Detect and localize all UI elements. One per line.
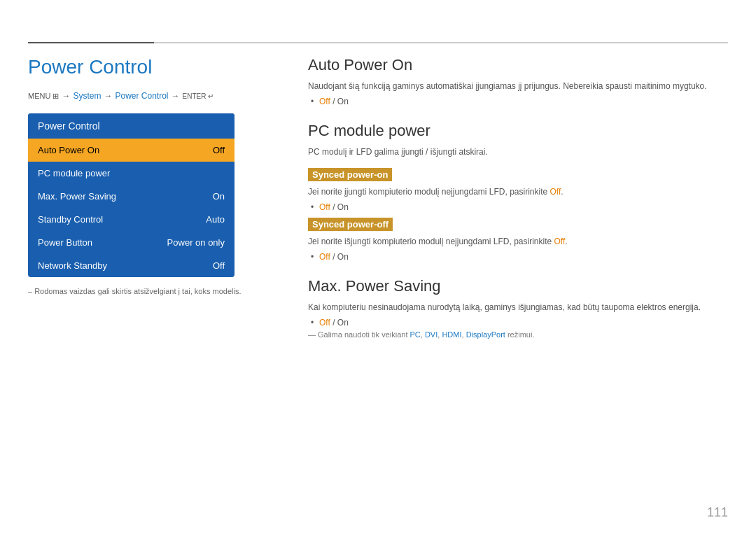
menu-item-label-power-button: Power Button	[38, 237, 92, 248]
bullet-auto-power-on: Off / On	[319, 97, 728, 106]
arrow3: →	[172, 91, 180, 101]
menu-item-label-pc-module: PC module power	[38, 168, 110, 178]
section-desc-auto-power-on: Naudojant šią funkciją gaminys automatiš…	[308, 80, 728, 92]
off-label-synced-on: Off	[319, 202, 330, 212]
power-control-link[interactable]: Power Control	[115, 91, 168, 101]
menu-item-value-auto-power-on: Off	[213, 145, 225, 155]
off-label-auto-power-on: Off	[319, 97, 330, 106]
footnote-pc: PC	[410, 330, 421, 339]
bullet-synced-power-off: Off / On	[319, 252, 728, 262]
section-title-pc-module: PC module power	[308, 122, 728, 140]
menu-item-label-standby: Standby Control	[38, 214, 103, 225]
breadcrumb: MENU ⊞ → System → Power Control → ENTER …	[28, 91, 280, 101]
separator-auto-power-on: / On	[330, 97, 349, 106]
arrow1: →	[62, 91, 70, 101]
synced-power-off-title: Synced power-off	[308, 218, 393, 231]
menu-box: Power Control Auto Power On Off PC modul…	[28, 113, 234, 277]
section-desc-max-power: Kai kompiuteriu nesinaudojama nurodytą l…	[308, 301, 728, 314]
menu-item-value-network-standby: Off	[213, 260, 225, 271]
menu-text: MENU ⊞	[28, 92, 59, 101]
off-label-max-power: Off	[319, 318, 330, 328]
page-number: 111	[707, 505, 728, 520]
menu-item-value-max-power: On	[213, 191, 225, 202]
left-panel: Power Control MENU ⊞ → System → Power Co…	[28, 56, 280, 295]
menu-header: Power Control	[28, 113, 234, 139]
menu-item-value-standby: Auto	[206, 214, 225, 225]
separator-synced-off: / On	[330, 252, 349, 262]
synced-power-on-desc: Jei norite įjungti kompiuterio modulį ne…	[308, 185, 728, 198]
off-label-synced-off: Off	[319, 252, 330, 262]
footnote-dvi: DVI	[425, 330, 438, 339]
bullet-synced-power-on: Off / On	[319, 202, 728, 212]
top-line-accent	[28, 42, 154, 43]
synced-power-on-title: Synced power-on	[308, 168, 392, 181]
bullet-max-power: Off / On	[319, 318, 728, 328]
menu-item-max-power-saving[interactable]: Max. Power Saving On	[28, 185, 234, 208]
footnote-hdmi: HDMI	[442, 330, 461, 339]
separator-synced-on: / On	[330, 202, 349, 212]
footnote-displayport: DisplayPort	[466, 330, 505, 339]
menu-item-network-standby[interactable]: Network Standby Off	[28, 254, 234, 277]
menu-item-label-network-standby: Network Standby	[38, 260, 107, 271]
arrow2: →	[104, 91, 112, 101]
section-pc-module-power: PC module power PC modulį ir LFD galima …	[308, 122, 728, 262]
synced-power-off-desc: Jei norite išjungti kompiuterio modulį n…	[308, 235, 728, 248]
section-title-auto-power-on: Auto Power On	[308, 56, 728, 74]
section-title-max-power: Max. Power Saving	[308, 277, 728, 295]
menu-item-standby-control[interactable]: Standby Control Auto	[28, 208, 234, 231]
enter-icon: ENTER ↵	[183, 92, 214, 100]
section-max-power-saving: Max. Power Saving Kai kompiuteriu nesina…	[308, 277, 728, 339]
page-title: Power Control	[28, 56, 280, 78]
menu-item-auto-power-on[interactable]: Auto Power On Off	[28, 139, 234, 162]
max-power-footnote: ― Galima naudoti tik veikiant PC, DVI, H…	[308, 330, 728, 339]
menu-item-label-max-power: Max. Power Saving	[38, 191, 116, 202]
right-panel: Auto Power On Naudojant šią funkciją gam…	[308, 56, 728, 354]
separator-max-power: / On	[330, 318, 349, 328]
menu-item-label-auto-power-on: Auto Power On	[38, 145, 99, 155]
section-auto-power-on: Auto Power On Naudojant šią funkciją gam…	[308, 56, 728, 106]
menu-item-pc-module-power[interactable]: PC module power	[28, 162, 234, 185]
left-panel-footnote: – Rodomas vaizdas gali skirtis atsižvelg…	[28, 287, 280, 295]
system-link[interactable]: System	[73, 91, 101, 101]
menu-item-power-button[interactable]: Power Button Power on only	[28, 231, 234, 254]
menu-item-value-power-button: Power on only	[167, 237, 225, 248]
section-desc-pc-module: PC modulį ir LFD galima įjungti / išjung…	[308, 146, 728, 158]
